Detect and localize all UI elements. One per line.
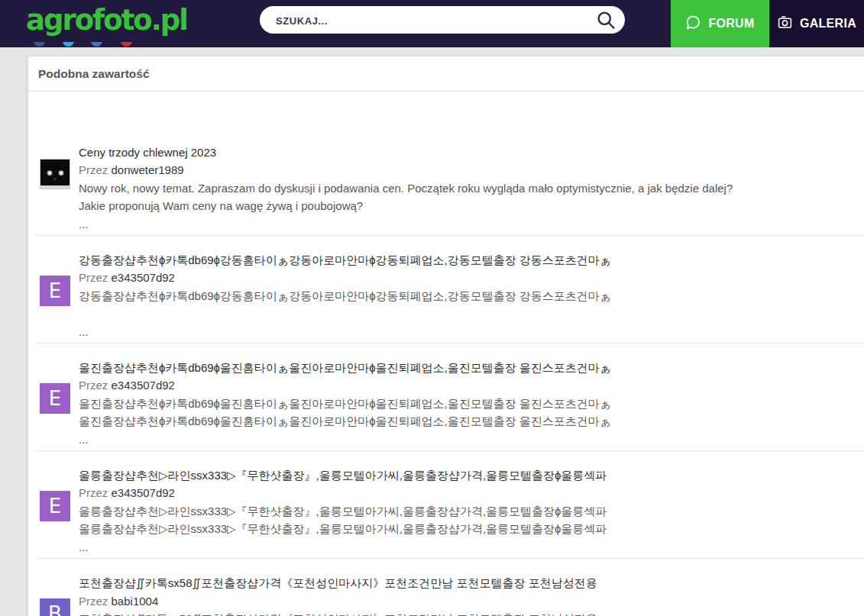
thread-preview-line: Nowy rok, nowy temat. Zapraszam do dysku… xyxy=(79,179,864,197)
photo-caption-strip xyxy=(40,185,70,189)
search-bar xyxy=(260,6,625,34)
camera-icon xyxy=(777,15,793,34)
by-label: Przez xyxy=(79,271,108,284)
thread-title-link[interactable]: 울릉출장샵추천▷라인ssx333▷『무한샷출장』,울릉모텔아가씨,울릉출장샵가격… xyxy=(79,466,864,484)
author-link[interactable]: e343507d92 xyxy=(112,379,175,392)
cat-nose-icon xyxy=(53,178,57,180)
thread-preview-line: 울진출장샵추천ɸ카톡db69ɸ울진홈타이ぁ울진아로마안마ɸ울진퇴폐업소,울진모텔… xyxy=(79,412,864,430)
similar-content-panel: Podobna zawartość Ceny trzody chlewnej 2… xyxy=(28,56,864,616)
avatar-letter: B xyxy=(48,602,62,616)
social-icons-row xyxy=(34,42,136,48)
author-link[interactable]: babi1004 xyxy=(112,595,159,608)
panel-header: Podobna zawartość xyxy=(28,56,864,92)
page-background: Podobna zawartość Ceny trzody chlewnej 2… xyxy=(0,47,864,616)
by-label: Przez xyxy=(79,163,108,176)
by-label: Przez xyxy=(79,379,108,392)
thread-content: 강동출장샵추천ɸ카톡db69ɸ강동홈타이ぁ강동아로마안마ɸ강동퇴폐업소,강동모텔… xyxy=(79,251,864,340)
thread-preview-ellipsis: ... xyxy=(79,323,864,340)
youtube-icon[interactable] xyxy=(121,42,132,47)
forum-nav-button[interactable]: FORUM xyxy=(671,0,769,47)
thread-preview-line: Jakie proponują Wam ceny na wagę żywą i … xyxy=(79,197,864,214)
thread-content: Ceny trzody chlewnej 2023 Przez donweter… xyxy=(79,144,864,233)
avatar[interactable] xyxy=(40,159,70,189)
table-row: B 포천출장샵∬카톡sx58∬포천출장샵가격《포천성인마사지》포천조건만남 포천… xyxy=(34,558,864,616)
thread-preview-ellipsis: ... xyxy=(79,215,864,233)
table-row: Ceny trzody chlewnej 2023 Przez donweter… xyxy=(34,92,864,235)
thread-preview-line: 울진출장샵추천ɸ카톡db69ɸ울진홈타이ぁ울진아로마안마ɸ울진퇴폐업소,울진모텔… xyxy=(79,395,864,412)
galeria-nav-button[interactable]: GALERIA xyxy=(769,0,864,47)
avatar-letter: E xyxy=(49,387,61,410)
galeria-nav-label: GALERIA xyxy=(800,17,856,31)
top-navbar: agrofoto.pl FORUM GAL xyxy=(0,0,864,47)
thread-preview-line: 울릉출장샵추천▷라인ssx333▷『무한샷출장』,울릉모텔아가씨,울릉출장샵가격… xyxy=(79,502,864,520)
by-label: Przez xyxy=(79,486,108,499)
thread-title-link[interactable]: 포천출장샵∬카톡sx58∬포천출장샵가격《포천성인마사지》포천조건만남 포천모텔… xyxy=(79,574,864,592)
by-label: Przez xyxy=(79,595,108,608)
thread-content: 울릉출장샵추천▷라인ssx333▷『무한샷출장』,울릉모텔아가씨,울릉출장샵가격… xyxy=(79,466,864,556)
author-link[interactable]: e343507d92 xyxy=(112,486,175,499)
thread-preview-line: 강동출장샵추천ɸ카톡db69ɸ강동홈타이ぁ강동아로마안마ɸ강동퇴폐업소,강동모텔… xyxy=(79,287,864,305)
author-link[interactable]: donweter1989 xyxy=(112,163,184,176)
thread-title-link[interactable]: 울진출장샵추천ɸ카톡db69ɸ울진홈타이ぁ울진아로마안마ɸ울진퇴폐업소,울진모텔… xyxy=(79,359,864,376)
search-input[interactable] xyxy=(274,6,575,35)
linkedin-icon[interactable] xyxy=(91,42,102,47)
thread-byline: Przez e343507d92 xyxy=(79,376,864,394)
facebook-icon[interactable] xyxy=(34,42,45,47)
thread-byline: Przez donweter1989 xyxy=(79,161,864,179)
avatar-letter: E xyxy=(49,495,61,518)
search-button[interactable] xyxy=(594,9,617,32)
thread-preview-line: 울릉출장샵추천▷라인ssx333▷『무한샷출장』,울릉모텔아가씨,울릉출장샵가격… xyxy=(79,520,864,537)
forum-nav-label: FORUM xyxy=(708,17,754,31)
thread-title-link[interactable]: Ceny trzody chlewnej 2023 xyxy=(79,144,864,161)
thread-byline: Przez babi1004 xyxy=(79,592,864,610)
thread-title-link[interactable]: 강동출장샵추천ɸ카톡db69ɸ강동홈타이ぁ강동아로마안마ɸ강동퇴폐업소,강동모텔… xyxy=(79,251,864,269)
table-row: E 울진출장샵추천ɸ카톡db69ɸ울진홈타이ぁ울진아로마안마ɸ울진퇴폐업소,울진… xyxy=(34,343,864,450)
speech-bubble-icon xyxy=(685,15,701,34)
avatar[interactable]: E xyxy=(40,383,70,414)
avatar[interactable]: E xyxy=(40,276,70,306)
thread-byline: Przez e343507d92 xyxy=(79,269,864,286)
thread-preview-ellipsis: ... xyxy=(79,538,864,556)
table-row: E 울릉출장샵추천▷라인ssx333▷『무한샷출장』,울릉모텔아가씨,울릉출장샵… xyxy=(34,450,864,558)
thread-content: 울진출장샵추천ɸ카톡db69ɸ울진홈타이ぁ울진아로마안마ɸ울진퇴폐업소,울진모텔… xyxy=(79,359,864,448)
thread-byline: Przez e343507d92 xyxy=(79,484,864,502)
site-logo[interactable]: agrofoto.pl xyxy=(26,4,187,37)
thread-preview-line: 포천출장샵∬카톡sx58∬포천출장샵가격《포천성인마사지》포천조건만남 포천모텔… xyxy=(79,610,864,616)
cat-eye-icon xyxy=(58,170,64,176)
avatar[interactable]: B xyxy=(40,598,70,616)
thread-list: Ceny trzody chlewnej 2023 Przez donweter… xyxy=(34,92,864,616)
table-row: E 강동출장샵추천ɸ카톡db69ɸ강동홈타이ぁ강동아로마안마ɸ강동퇴폐업소,강동… xyxy=(34,235,864,343)
panel-title: Podobna zawartość xyxy=(38,67,150,81)
avatar-letter: E xyxy=(49,279,61,302)
thread-content: 포천출장샵∬카톡sx58∬포천출장샵가격《포천성인마사지》포천조건만남 포천모텔… xyxy=(79,574,864,616)
cat-eye-icon xyxy=(47,170,53,176)
thread-preview-line xyxy=(79,305,864,322)
avatar[interactable]: E xyxy=(40,491,70,521)
twitter-icon[interactable] xyxy=(63,42,74,47)
author-link[interactable]: e343507d92 xyxy=(112,271,175,284)
search-icon xyxy=(595,21,616,33)
thread-preview-ellipsis: ... xyxy=(79,431,864,448)
